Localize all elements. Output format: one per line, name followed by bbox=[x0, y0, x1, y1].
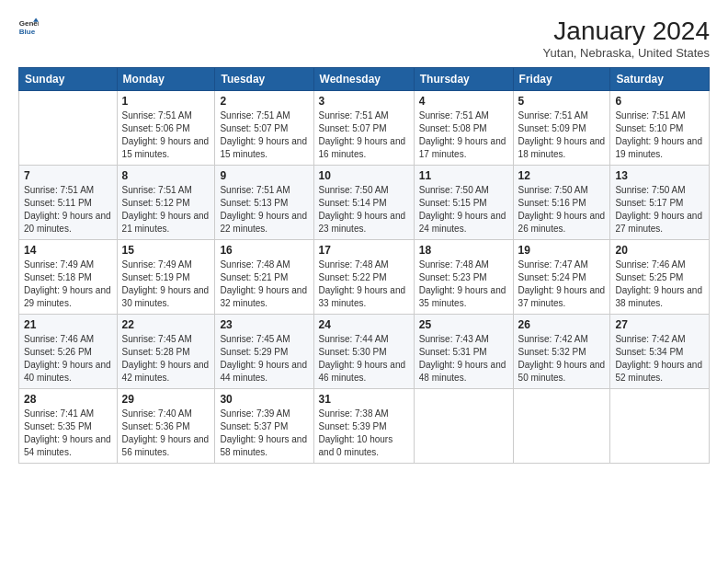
day-info: Sunrise: 7:48 AMSunset: 5:23 PMDaylight:… bbox=[419, 259, 506, 308]
day-info: Sunrise: 7:41 AMSunset: 5:35 PMDaylight:… bbox=[24, 408, 111, 457]
table-row: 16 Sunrise: 7:48 AMSunset: 5:21 PMDaylig… bbox=[215, 240, 313, 315]
day-info: Sunrise: 7:51 AMSunset: 5:08 PMDaylight:… bbox=[419, 110, 506, 159]
table-row: 23 Sunrise: 7:45 AMSunset: 5:29 PMDaylig… bbox=[215, 315, 313, 389]
table-row: 17 Sunrise: 7:48 AMSunset: 5:22 PMDaylig… bbox=[313, 240, 414, 315]
table-row: 21 Sunrise: 7:46 AMSunset: 5:26 PMDaylig… bbox=[19, 315, 118, 389]
day-info: Sunrise: 7:51 AMSunset: 5:06 PMDaylight:… bbox=[122, 110, 210, 159]
table-row: 13 Sunrise: 7:50 AMSunset: 5:17 PMDaylig… bbox=[610, 166, 710, 240]
day-number: 11 bbox=[419, 169, 508, 182]
header-friday: Friday bbox=[513, 68, 610, 91]
calendar-week-row: 7 Sunrise: 7:51 AMSunset: 5:11 PMDayligh… bbox=[19, 166, 710, 240]
table-row: 24 Sunrise: 7:44 AMSunset: 5:30 PMDaylig… bbox=[313, 315, 414, 389]
calendar-table: Sunday Monday Tuesday Wednesday Thursday… bbox=[18, 67, 710, 464]
day-number: 26 bbox=[518, 318, 606, 331]
day-info: Sunrise: 7:38 AMSunset: 5:39 PMDaylight:… bbox=[319, 408, 393, 457]
day-info: Sunrise: 7:51 AMSunset: 5:11 PMDaylight:… bbox=[24, 185, 111, 234]
day-info: Sunrise: 7:50 AMSunset: 5:16 PMDaylight:… bbox=[518, 185, 606, 234]
calendar-week-row: 28 Sunrise: 7:41 AMSunset: 5:35 PMDaylig… bbox=[19, 389, 710, 464]
day-number: 18 bbox=[419, 244, 508, 257]
logo-icon: General Blue bbox=[18, 17, 39, 37]
header-monday: Monday bbox=[117, 68, 215, 91]
table-row: 5 Sunrise: 7:51 AMSunset: 5:09 PMDayligh… bbox=[513, 91, 610, 166]
table-row: 4 Sunrise: 7:51 AMSunset: 5:08 PMDayligh… bbox=[414, 91, 513, 166]
table-row: 28 Sunrise: 7:41 AMSunset: 5:35 PMDaylig… bbox=[19, 389, 118, 464]
day-number: 13 bbox=[615, 169, 704, 182]
table-row: 6 Sunrise: 7:51 AMSunset: 5:10 PMDayligh… bbox=[610, 91, 710, 166]
day-info: Sunrise: 7:51 AMSunset: 5:09 PMDaylight:… bbox=[518, 110, 606, 159]
month-title: January 2024 bbox=[543, 17, 710, 46]
weekday-header-row: Sunday Monday Tuesday Wednesday Thursday… bbox=[19, 68, 710, 91]
day-info: Sunrise: 7:48 AMSunset: 5:22 PMDaylight:… bbox=[319, 259, 406, 308]
day-number: 8 bbox=[122, 169, 210, 182]
header-saturday: Saturday bbox=[610, 68, 710, 91]
svg-text:Blue: Blue bbox=[19, 28, 36, 36]
day-number: 3 bbox=[319, 95, 409, 108]
table-row: 7 Sunrise: 7:51 AMSunset: 5:11 PMDayligh… bbox=[19, 166, 118, 240]
header-sunday: Sunday bbox=[19, 68, 118, 91]
day-number: 7 bbox=[24, 169, 112, 182]
day-number: 17 bbox=[319, 244, 409, 257]
day-info: Sunrise: 7:50 AMSunset: 5:15 PMDaylight:… bbox=[419, 185, 506, 234]
day-number: 27 bbox=[615, 318, 704, 331]
day-info: Sunrise: 7:39 AMSunset: 5:37 PMDaylight:… bbox=[220, 408, 307, 457]
day-info: Sunrise: 7:50 AMSunset: 5:14 PMDaylight:… bbox=[319, 185, 406, 234]
table-row: 14 Sunrise: 7:49 AMSunset: 5:18 PMDaylig… bbox=[19, 240, 118, 315]
day-number: 23 bbox=[220, 318, 308, 331]
day-info: Sunrise: 7:44 AMSunset: 5:30 PMDaylight:… bbox=[319, 334, 406, 383]
day-number: 19 bbox=[518, 244, 606, 257]
table-row: 9 Sunrise: 7:51 AMSunset: 5:13 PMDayligh… bbox=[215, 166, 313, 240]
table-row: 22 Sunrise: 7:45 AMSunset: 5:28 PMDaylig… bbox=[117, 315, 215, 389]
table-row: 29 Sunrise: 7:40 AMSunset: 5:36 PMDaylig… bbox=[117, 389, 215, 464]
day-info: Sunrise: 7:49 AMSunset: 5:18 PMDaylight:… bbox=[24, 259, 111, 308]
day-info: Sunrise: 7:49 AMSunset: 5:19 PMDaylight:… bbox=[122, 259, 210, 308]
day-info: Sunrise: 7:50 AMSunset: 5:17 PMDaylight:… bbox=[615, 185, 702, 234]
day-info: Sunrise: 7:43 AMSunset: 5:31 PMDaylight:… bbox=[419, 334, 506, 383]
day-number: 24 bbox=[319, 318, 409, 331]
header-thursday: Thursday bbox=[414, 68, 513, 91]
day-number: 29 bbox=[122, 393, 210, 406]
title-block: January 2024 Yutan, Nebraska, United Sta… bbox=[543, 17, 710, 60]
header-tuesday: Tuesday bbox=[215, 68, 313, 91]
day-info: Sunrise: 7:47 AMSunset: 5:24 PMDaylight:… bbox=[518, 259, 606, 308]
table-row: 18 Sunrise: 7:48 AMSunset: 5:23 PMDaylig… bbox=[414, 240, 513, 315]
day-info: Sunrise: 7:51 AMSunset: 5:10 PMDaylight:… bbox=[615, 110, 702, 159]
day-number: 15 bbox=[122, 244, 210, 257]
day-number: 10 bbox=[319, 169, 409, 182]
logo: General Blue bbox=[18, 17, 42, 37]
calendar-week-row: 14 Sunrise: 7:49 AMSunset: 5:18 PMDaylig… bbox=[19, 240, 710, 315]
day-number: 16 bbox=[220, 244, 308, 257]
table-row bbox=[513, 389, 610, 464]
header-wednesday: Wednesday bbox=[313, 68, 414, 91]
table-row: 1 Sunrise: 7:51 AMSunset: 5:06 PMDayligh… bbox=[117, 91, 215, 166]
day-number: 22 bbox=[122, 318, 210, 331]
day-number: 1 bbox=[122, 95, 210, 108]
day-info: Sunrise: 7:48 AMSunset: 5:21 PMDaylight:… bbox=[220, 259, 307, 308]
day-number: 14 bbox=[24, 244, 112, 257]
table-row: 27 Sunrise: 7:42 AMSunset: 5:34 PMDaylig… bbox=[610, 315, 710, 389]
day-number: 21 bbox=[24, 318, 112, 331]
table-row: 25 Sunrise: 7:43 AMSunset: 5:31 PMDaylig… bbox=[414, 315, 513, 389]
table-row: 11 Sunrise: 7:50 AMSunset: 5:15 PMDaylig… bbox=[414, 166, 513, 240]
table-row: 12 Sunrise: 7:50 AMSunset: 5:16 PMDaylig… bbox=[513, 166, 610, 240]
day-number: 25 bbox=[419, 318, 508, 331]
calendar-week-row: 21 Sunrise: 7:46 AMSunset: 5:26 PMDaylig… bbox=[19, 315, 710, 389]
table-row: 30 Sunrise: 7:39 AMSunset: 5:37 PMDaylig… bbox=[215, 389, 313, 464]
day-info: Sunrise: 7:51 AMSunset: 5:07 PMDaylight:… bbox=[319, 110, 406, 159]
day-number: 12 bbox=[518, 169, 606, 182]
day-number: 2 bbox=[220, 95, 308, 108]
location: Yutan, Nebraska, United States bbox=[543, 46, 710, 60]
header: General Blue January 2024 Yutan, Nebrask… bbox=[18, 17, 710, 60]
table-row bbox=[19, 91, 118, 166]
table-row: 3 Sunrise: 7:51 AMSunset: 5:07 PMDayligh… bbox=[313, 91, 414, 166]
day-info: Sunrise: 7:46 AMSunset: 5:25 PMDaylight:… bbox=[615, 259, 702, 308]
day-number: 31 bbox=[319, 393, 409, 406]
day-info: Sunrise: 7:42 AMSunset: 5:32 PMDaylight:… bbox=[518, 334, 606, 383]
table-row: 8 Sunrise: 7:51 AMSunset: 5:12 PMDayligh… bbox=[117, 166, 215, 240]
day-info: Sunrise: 7:51 AMSunset: 5:07 PMDaylight:… bbox=[220, 110, 307, 159]
calendar-week-row: 1 Sunrise: 7:51 AMSunset: 5:06 PMDayligh… bbox=[19, 91, 710, 166]
day-number: 5 bbox=[518, 95, 606, 108]
day-info: Sunrise: 7:45 AMSunset: 5:29 PMDaylight:… bbox=[220, 334, 307, 383]
day-number: 30 bbox=[220, 393, 308, 406]
table-row: 20 Sunrise: 7:46 AMSunset: 5:25 PMDaylig… bbox=[610, 240, 710, 315]
table-row: 15 Sunrise: 7:49 AMSunset: 5:19 PMDaylig… bbox=[117, 240, 215, 315]
